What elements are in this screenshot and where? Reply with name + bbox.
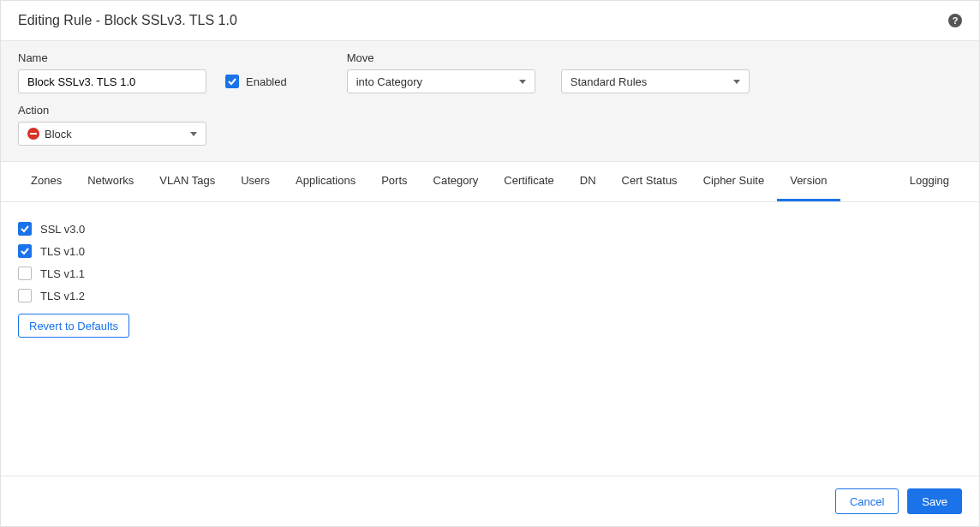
move-select[interactable]: into Category [347,69,535,93]
tab-apps[interactable]: Applications [283,162,368,201]
tabs-bar: ZonesNetworksVLAN TagsUsersApplicationsP… [1,162,979,202]
move-label: Move [347,51,535,64]
tab-cert[interactable]: Certificate [491,162,567,201]
enabled-label: Enabled [246,75,287,88]
help-icon[interactable]: ? [948,14,962,27]
tab-zones[interactable]: Zones [18,162,75,201]
revert-button[interactable]: Revert to Defaults [18,314,129,338]
enabled-wrap: Enabled [225,69,287,93]
std-select-value: Standard Rules [571,75,648,88]
version-checkbox[interactable] [18,289,32,302]
std-field-wrap: Standard Rules [561,51,750,93]
chevron-down-icon [733,80,740,84]
version-label: TLS v1.2 [40,290,85,302]
tab-version[interactable]: Version [777,162,840,201]
dialog-title: Editing Rule - Block SSLv3. TLS 1.0 [18,13,237,28]
action-field-wrap: Action Block [18,104,962,146]
form-area: Name Enabled Move into Category Stan [1,41,979,162]
tab-networks[interactable]: Networks [75,162,146,201]
version-item: TLS v1.0 [18,240,962,262]
tab-dn[interactable]: DN [567,162,609,201]
chevron-down-icon [519,80,526,84]
check-icon [20,246,30,256]
check-icon [20,224,30,234]
tab-ports[interactable]: Ports [368,162,420,201]
cancel-button[interactable]: Cancel [835,488,899,514]
version-label: SSL v3.0 [40,223,85,236]
tab-certstatus[interactable]: Cert Status [609,162,690,201]
version-label: TLS v1.1 [40,267,85,280]
save-button[interactable]: Save [907,488,962,514]
action-label: Action [18,104,962,117]
enabled-checkbox[interactable] [225,75,239,88]
tab-category[interactable]: Category [421,162,492,201]
tab-vlan[interactable]: VLAN Tags [146,162,228,201]
name-input[interactable] [18,69,206,93]
name-field-wrap: Name [18,51,206,93]
move-field-wrap: Move into Category [347,51,535,93]
version-list: SSL v3.0TLS v1.0TLS v1.1TLS v1.2 [18,218,962,307]
action-select-value: Block [45,128,190,141]
version-checkbox[interactable] [18,244,32,258]
dialog-header: Editing Rule - Block SSLv3. TLS 1.0 ? [1,1,979,41]
version-checkbox[interactable] [18,222,32,236]
version-checkbox[interactable] [18,266,32,280]
dialog-footer: Cancel Save [1,476,979,526]
version-item: SSL v3.0 [18,218,962,240]
tab-logging[interactable]: Logging [897,162,962,201]
block-icon [27,128,39,140]
chevron-down-icon [190,132,197,136]
check-icon [227,76,237,87]
action-select[interactable]: Block [18,122,206,146]
version-label: TLS v1.0 [40,245,85,258]
tab-cipher[interactable]: Cipher Suite [690,162,778,201]
version-item: TLS v1.1 [18,262,962,284]
move-select-value: into Category [356,75,422,88]
standard-rules-select[interactable]: Standard Rules [561,69,750,93]
name-label: Name [18,51,206,64]
rule-dialog: Editing Rule - Block SSLv3. TLS 1.0 ? Na… [0,0,980,527]
version-item: TLS v1.2 [18,284,962,307]
tab-users[interactable]: Users [228,162,283,201]
tab-content-version: SSL v3.0TLS v1.0TLS v1.1TLS v1.2 Revert … [1,202,979,476]
